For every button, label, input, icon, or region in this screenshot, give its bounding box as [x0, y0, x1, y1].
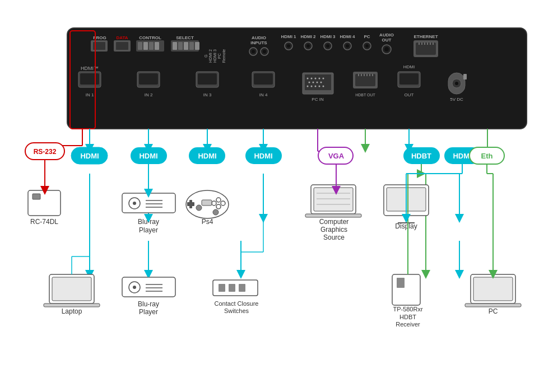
svg-text:HDMI 2: HDMI 2: [208, 49, 212, 63]
svg-point-131: [196, 205, 202, 211]
svg-rect-8: [143, 42, 148, 50]
svg-rect-15: [189, 42, 194, 50]
label-hdmi4-top: HDMI 4: [340, 34, 355, 39]
label-bluray2: Blu-ray: [138, 300, 159, 308]
svg-rect-84: [463, 74, 467, 80]
svg-rect-10: [155, 42, 159, 50]
label-data: DATA: [116, 35, 128, 40]
svg-rect-158: [397, 278, 405, 288]
svg-rect-13: [178, 42, 183, 50]
label-hdmi-above-out: HDMI: [403, 64, 415, 69]
svg-rect-155: [229, 284, 235, 292]
svg-rect-7: [138, 42, 142, 50]
svg-point-69: [319, 86, 320, 87]
svg-point-60: [319, 78, 320, 80]
svg-rect-147: [122, 277, 175, 297]
svg-point-23: [252, 50, 255, 53]
svg-rect-117: [32, 194, 40, 199]
label-audio-inputs: AUDIO: [252, 35, 266, 40]
svg-rect-161: [465, 304, 521, 307]
svg-rect-5: [116, 42, 128, 50]
label-control-sub: G: [204, 54, 208, 57]
label-in2: IN 2: [145, 92, 153, 97]
badge-hdmi1: HDMI: [80, 152, 99, 160]
svg-point-83: [455, 82, 458, 85]
svg-point-63: [313, 82, 314, 83]
badge-hdmi2: HDMI: [139, 152, 157, 160]
svg-point-35: [365, 44, 369, 48]
svg-rect-16: [195, 42, 199, 50]
label-in4: IN 4: [259, 92, 268, 97]
badge-rs232: RS-232: [34, 148, 57, 156]
label-computer: Computer: [319, 218, 349, 226]
label-bluray1-2: Player: [139, 226, 158, 234]
svg-point-65: [320, 82, 322, 83]
svg-rect-12: [173, 42, 177, 50]
label-hdmi2-top: HDMI 2: [300, 34, 316, 39]
badge-hdmi-out: HDMI: [453, 152, 471, 160]
svg-point-68: [315, 86, 317, 87]
badge-vga: VGA: [328, 152, 345, 160]
label-contact1: Contact Closure: [215, 300, 259, 307]
label-contact2: Switches: [224, 307, 249, 314]
label-tp580-3: Receiver: [396, 321, 420, 328]
label-hdmi-tm: HDMI™: [81, 66, 99, 71]
svg-point-31: [326, 44, 329, 48]
label-laptop: Laptop: [62, 307, 82, 315]
label-pc: PC: [489, 307, 498, 315]
svg-text:INPUTS: INPUTS: [250, 40, 267, 45]
svg-point-38: [384, 47, 389, 52]
label-tp580-1: TP-580Rxr: [393, 306, 423, 312]
svg-rect-50: [139, 73, 158, 85]
label-hdmi3-top: HDMI 3: [320, 34, 336, 39]
svg-rect-145: [52, 277, 91, 301]
svg-text:PC: PC: [217, 53, 221, 59]
badge-hdbt: HDBT: [411, 152, 431, 160]
svg-rect-133: [202, 200, 212, 206]
svg-point-29: [306, 44, 310, 48]
svg-point-57: [307, 78, 309, 80]
label-ethernet-top: ETHERNET: [413, 34, 438, 39]
label-bluray1: Blu-ray: [138, 218, 159, 226]
svg-rect-9: [149, 42, 154, 50]
svg-rect-154: [219, 284, 225, 292]
svg-point-132: [213, 209, 219, 215]
svg-text:Remote: Remote: [222, 49, 226, 63]
svg-rect-139: [305, 214, 361, 217]
label-in1: IN 1: [86, 92, 94, 97]
svg-point-25: [263, 50, 266, 53]
svg-rect-52: [198, 73, 217, 85]
svg-point-61: [323, 78, 324, 80]
label-tp580-2: HDBT: [399, 314, 416, 320]
label-ps4: Ps4: [202, 218, 213, 226]
svg-rect-48: [80, 73, 99, 85]
label-computer2: Graphics: [320, 226, 347, 234]
svg-rect-14: [184, 42, 188, 50]
svg-rect-126: [187, 202, 194, 206]
svg-rect-156: [239, 284, 245, 292]
label-pc-top: PC: [364, 34, 370, 39]
svg-point-149: [133, 286, 136, 289]
svg-rect-146: [44, 304, 100, 307]
label-out: OUT: [405, 92, 414, 97]
label-audio-out: AUDIO: [379, 32, 394, 38]
label-hdmi1-top: HDMI 1: [281, 34, 296, 39]
badge-hdmi3: HDMI: [198, 152, 216, 160]
svg-point-67: [311, 86, 313, 87]
label-display: Display: [395, 222, 417, 230]
svg-point-66: [307, 86, 309, 87]
svg-point-27: [287, 44, 290, 48]
svg-rect-135: [314, 188, 353, 211]
svg-point-59: [315, 78, 317, 80]
svg-rect-160: [473, 277, 513, 301]
svg-point-64: [317, 82, 318, 83]
svg-rect-118: [122, 193, 175, 213]
svg-text:HDMI 3: HDMI 3: [213, 49, 217, 63]
svg-point-58: [311, 78, 313, 80]
label-select: SELECT: [176, 35, 194, 40]
label-pcin: PC IN: [312, 97, 324, 102]
connection-diagram: PROG DATA CONTROL SELECT G HDMI 2 HDMI 3…: [0, 0, 553, 392]
label-control: CONTROL: [139, 35, 161, 40]
label-5vdc: 5V DC: [450, 97, 463, 102]
badge-hdmi4: HDMI: [254, 152, 272, 160]
